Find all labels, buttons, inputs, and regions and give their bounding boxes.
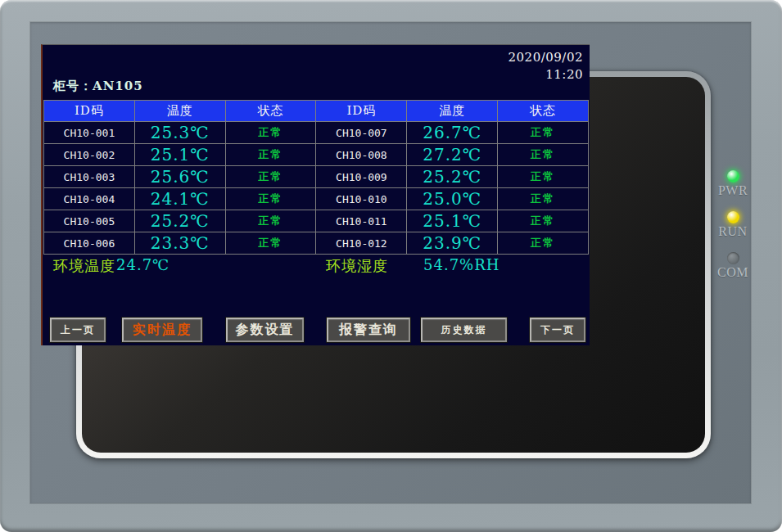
channel-id-cell: CH10-011 bbox=[316, 210, 407, 232]
channel-id-cell: CH10-012 bbox=[316, 232, 407, 255]
temperature-cell: 25.1℃ bbox=[407, 210, 498, 232]
datetime: 2020/09/02 11:20 bbox=[509, 49, 583, 83]
column-header: 温度 bbox=[407, 101, 498, 122]
table-row: CH10-00325.6℃正常CH10-00925.2℃正常 bbox=[44, 166, 589, 188]
nav-button-row: 上一页实时温度参数设置报警查询历史数据下一页 bbox=[43, 318, 591, 342]
channel-id-cell: CH10-007 bbox=[316, 122, 407, 144]
table-row: CH10-00424.1℃正常CH10-01025.0℃正常 bbox=[44, 188, 589, 210]
alarm-query-button[interactable]: 报警查询 bbox=[327, 318, 410, 342]
cabinet-label: 柜号：AN105 bbox=[53, 79, 143, 94]
channel-id-cell: CH10-010 bbox=[316, 188, 407, 210]
time-text: 11:20 bbox=[509, 66, 583, 83]
pwr-led-indicator: PWR bbox=[712, 170, 753, 198]
channel-id-cell: CH10-008 bbox=[316, 144, 407, 166]
temperature-cell: 25.0℃ bbox=[407, 188, 498, 210]
com-led-icon bbox=[727, 252, 739, 264]
status-cell: 正常 bbox=[498, 144, 589, 166]
status-cell: 正常 bbox=[225, 232, 316, 255]
ambient-temp-label: 环境温度 bbox=[53, 256, 115, 276]
channel-id-cell: CH10-009 bbox=[316, 166, 407, 188]
column-header: ID码 bbox=[316, 101, 407, 122]
column-header: 状态 bbox=[498, 101, 589, 122]
prev-page-button[interactable]: 上一页 bbox=[50, 318, 106, 342]
channel-id-cell: CH10-005 bbox=[44, 210, 135, 232]
history-data-button[interactable]: 历史数据 bbox=[421, 318, 507, 342]
table-header-row: ID码温度状态ID码温度状态 bbox=[44, 101, 589, 122]
temperature-cell: 26.7℃ bbox=[407, 122, 498, 144]
table-row: CH10-00225.1℃正常CH10-00827.2℃正常 bbox=[44, 144, 589, 166]
temperature-cell: 23.3℃ bbox=[134, 232, 225, 255]
ambient-humidity-label: 环境湿度 bbox=[326, 256, 388, 276]
temperature-table: ID码温度状态ID码温度状态 CH10-00125.3℃正常CH10-00726… bbox=[43, 100, 589, 255]
pwr-led-label: PWR bbox=[712, 183, 753, 198]
status-cell: 正常 bbox=[225, 188, 316, 210]
ambient-readouts: 环境温度 24.7℃ 环境湿度 54.7%RH bbox=[43, 256, 591, 277]
date-text: 2020/09/02 bbox=[509, 49, 583, 66]
temperature-cell: 24.1℃ bbox=[134, 188, 225, 210]
run-led-indicator: RUN bbox=[712, 211, 753, 239]
column-header: 状态 bbox=[225, 101, 316, 122]
temperature-cell: 23.9℃ bbox=[407, 232, 498, 255]
lcd-display: 2020/09/02 11:20 柜号：AN105 ID码温度状态ID码温度状态… bbox=[41, 44, 590, 345]
temperature-cell: 25.2℃ bbox=[407, 166, 498, 188]
channel-id-cell: CH10-004 bbox=[44, 188, 135, 210]
table-row: CH10-00623.3℃正常CH10-01223.9℃正常 bbox=[44, 232, 589, 255]
realtime-temp-button[interactable]: 实时温度 bbox=[122, 318, 202, 342]
status-cell: 正常 bbox=[225, 122, 316, 144]
com-led-indicator: COM bbox=[712, 252, 753, 280]
pwr-led-icon bbox=[727, 170, 739, 183]
temperature-cell: 25.3℃ bbox=[134, 122, 225, 144]
status-cell: 正常 bbox=[498, 232, 589, 255]
run-led-icon bbox=[727, 211, 739, 223]
temperature-cell: 25.2℃ bbox=[134, 210, 225, 232]
channel-id-cell: CH10-001 bbox=[44, 122, 135, 144]
next-page-button[interactable]: 下一页 bbox=[530, 318, 585, 342]
status-cell: 正常 bbox=[498, 166, 589, 188]
hmi-device: 2020/09/02 11:20 柜号：AN105 ID码温度状态ID码温度状态… bbox=[0, 0, 782, 532]
temperature-cell: 25.6℃ bbox=[134, 166, 225, 188]
channel-id-cell: CH10-002 bbox=[44, 144, 135, 166]
status-cell: 正常 bbox=[498, 122, 589, 144]
ambient-temp-value: 24.7℃ bbox=[116, 256, 170, 273]
ambient-humidity-value: 54.7%RH bbox=[423, 256, 499, 273]
channel-id-cell: CH10-003 bbox=[44, 166, 135, 188]
column-header: 温度 bbox=[134, 101, 225, 122]
status-cell: 正常 bbox=[225, 166, 316, 188]
temperature-cell: 27.2℃ bbox=[407, 144, 498, 166]
column-header: ID码 bbox=[44, 101, 135, 122]
temperature-cell: 25.1℃ bbox=[134, 144, 225, 166]
status-cell: 正常 bbox=[225, 210, 316, 232]
table-row: CH10-00525.2℃正常CH10-01125.1℃正常 bbox=[44, 210, 589, 232]
com-led-label: COM bbox=[712, 265, 753, 280]
run-led-label: RUN bbox=[712, 224, 753, 239]
led-indicator-column: PWRRUNCOM bbox=[712, 170, 753, 293]
table-row: CH10-00125.3℃正常CH10-00726.7℃正常 bbox=[44, 122, 589, 144]
status-cell: 正常 bbox=[498, 210, 589, 232]
channel-id-cell: CH10-006 bbox=[44, 232, 135, 255]
status-cell: 正常 bbox=[498, 188, 589, 210]
status-cell: 正常 bbox=[225, 144, 316, 166]
param-settings-button[interactable]: 参数设置 bbox=[226, 318, 304, 342]
